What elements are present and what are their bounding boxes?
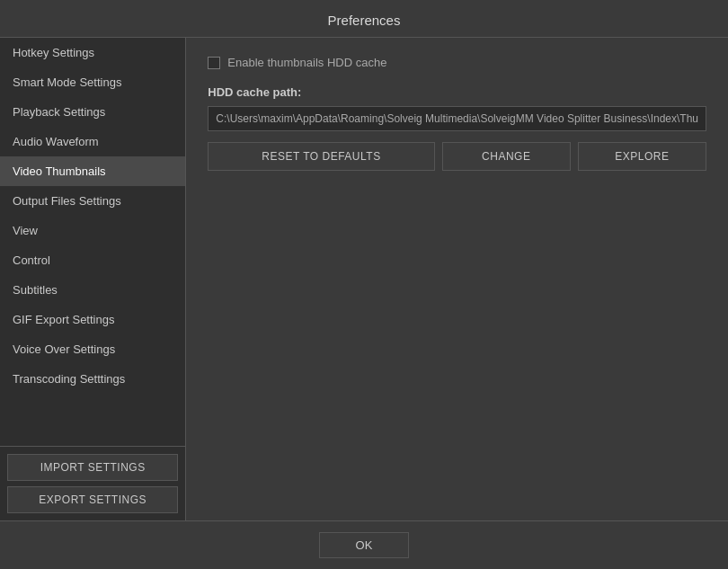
enable-thumbnails-checkbox[interactable] bbox=[208, 57, 220, 69]
sidebar-item-view[interactable]: View bbox=[0, 216, 185, 245]
sidebar: Hotkey SettingsSmart Mode SettingsPlayba… bbox=[0, 38, 186, 520]
dialog-footer: OK bbox=[0, 520, 728, 569]
sidebar-item-smart-mode-settings[interactable]: Smart Mode Settings bbox=[0, 67, 185, 97]
explore-button[interactable]: EXPLORE bbox=[578, 142, 706, 171]
sidebar-item-transcoding-settings[interactable]: Transcoding Setttings bbox=[0, 364, 185, 394]
enable-thumbnails-label: Enable thumbnails HDD cache bbox=[227, 56, 386, 69]
hdd-cache-path: C:\Users\maxim\AppData\Roaming\Solveig M… bbox=[208, 106, 706, 131]
sidebar-item-audio-waveform[interactable]: Audio Waveform bbox=[0, 127, 185, 156]
sidebar-item-video-thumbnails[interactable]: Video Thumbnails bbox=[0, 156, 185, 186]
preferences-dialog: Preferences Hotkey SettingsSmart Mode Se… bbox=[0, 0, 728, 569]
sidebar-items: Hotkey SettingsSmart Mode SettingsPlayba… bbox=[0, 38, 185, 446]
enable-thumbnails-row: Enable thumbnails HDD cache bbox=[208, 56, 706, 69]
sidebar-item-voice-over-settings[interactable]: Voice Over Settings bbox=[0, 334, 185, 364]
sidebar-item-hotkey-settings[interactable]: Hotkey Settings bbox=[0, 38, 185, 67]
change-button[interactable]: CHANGE bbox=[442, 142, 571, 171]
sidebar-item-playback-settings[interactable]: Playback Settings bbox=[0, 97, 185, 127]
sidebar-item-control[interactable]: Control bbox=[0, 245, 185, 275]
reset-to-defaults-button[interactable]: RESET TO DEFAULTS bbox=[208, 142, 434, 171]
action-buttons-row: RESET TO DEFAULTS CHANGE EXPLORE bbox=[208, 142, 706, 171]
sidebar-item-output-files-settings[interactable]: Output Files Settings bbox=[0, 186, 185, 216]
import-settings-button[interactable]: IMPORT SETTINGS bbox=[7, 454, 178, 481]
dialog-title: Preferences bbox=[0, 0, 728, 38]
sidebar-bottom: IMPORT SETTINGS EXPORT SETTINGS bbox=[0, 446, 185, 520]
export-settings-button[interactable]: EXPORT SETTINGS bbox=[7, 486, 178, 513]
sidebar-item-gif-export-settings[interactable]: GIF Export Settings bbox=[0, 305, 185, 334]
sidebar-item-subtitles[interactable]: Subtitles bbox=[0, 275, 185, 305]
hdd-cache-label: HDD cache path: bbox=[208, 85, 706, 99]
dialog-body: Hotkey SettingsSmart Mode SettingsPlayba… bbox=[0, 38, 728, 520]
ok-button[interactable]: OK bbox=[319, 532, 410, 558]
main-content: Enable thumbnails HDD cache HDD cache pa… bbox=[186, 38, 728, 520]
